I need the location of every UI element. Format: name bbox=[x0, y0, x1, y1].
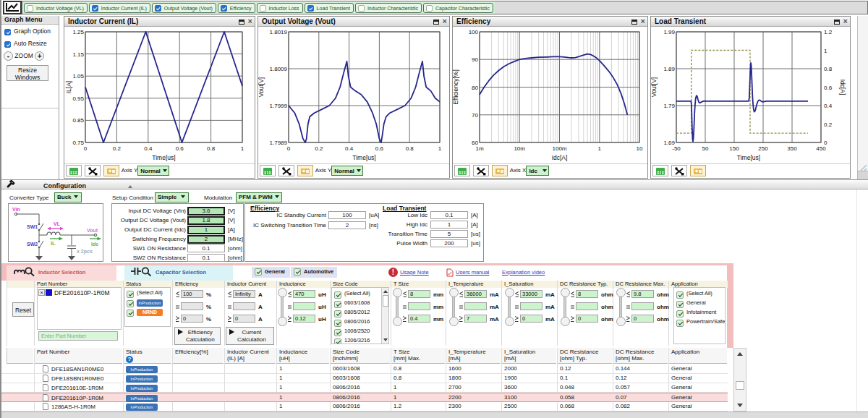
svg-text:0.8: 0.8 bbox=[406, 145, 414, 152]
svg-text:Vout[V]: Vout[V] bbox=[651, 77, 658, 97]
svg-text:450: 450 bbox=[816, 145, 826, 152]
svg-text:SW1: SW1 bbox=[27, 224, 38, 229]
svg-text:0: 0 bbox=[287, 145, 291, 152]
svg-text:1: 1 bbox=[824, 48, 827, 54]
svg-text:80: 80 bbox=[472, 85, 478, 91]
svg-text:IL: IL bbox=[51, 241, 56, 246]
svg-text:0.4: 0.4 bbox=[345, 145, 354, 152]
svg-text:10: 10 bbox=[637, 145, 643, 152]
svg-text:0.2: 0.2 bbox=[113, 145, 122, 152]
svg-text:1.2: 1.2 bbox=[824, 29, 833, 35]
svg-text:100: 100 bbox=[469, 29, 479, 35]
svg-text:0.95: 0.95 bbox=[72, 95, 84, 102]
svg-text:90: 90 bbox=[472, 56, 478, 63]
svg-text:Time[us]: Time[us] bbox=[737, 154, 760, 161]
svg-text:0.8: 0.8 bbox=[824, 66, 833, 72]
svg-text:250: 250 bbox=[758, 145, 768, 152]
svg-text:1.8009: 1.8009 bbox=[270, 66, 288, 72]
svg-text:1m: 1m bbox=[475, 145, 483, 152]
svg-text:Idc[A]: Idc[A] bbox=[552, 154, 568, 161]
svg-text:0: 0 bbox=[84, 145, 88, 152]
svg-text:SW2: SW2 bbox=[27, 242, 38, 247]
svg-text:Vout[V]: Vout[V] bbox=[258, 77, 265, 97]
svg-text:0.6: 0.6 bbox=[375, 145, 384, 152]
svg-text:1.79: 1.79 bbox=[663, 103, 675, 109]
svg-text:1.25: 1.25 bbox=[72, 29, 84, 35]
svg-text:1.15: 1.15 bbox=[72, 51, 84, 58]
svg-text:0.75: 0.75 bbox=[72, 140, 84, 146]
svg-text:50: 50 bbox=[702, 145, 709, 152]
svg-text:Idc[A]: Idc[A] bbox=[839, 80, 846, 95]
svg-text:0.2: 0.2 bbox=[315, 145, 323, 152]
svg-text:350: 350 bbox=[787, 145, 797, 152]
svg-text:1.89: 1.89 bbox=[663, 66, 675, 72]
svg-text:0.6: 0.6 bbox=[176, 145, 184, 152]
svg-text:1.8019: 1.8019 bbox=[270, 29, 288, 35]
svg-text:1.7989: 1.7989 bbox=[270, 140, 288, 146]
svg-text:Time[us]: Time[us] bbox=[352, 154, 375, 161]
svg-text:-50: -50 bbox=[672, 145, 681, 152]
svg-text:Time[us]: Time[us] bbox=[152, 154, 175, 161]
svg-text:1.99: 1.99 bbox=[663, 29, 675, 35]
svg-text:IL[A]: IL[A] bbox=[65, 81, 72, 93]
svg-text:10m: 10m bbox=[514, 145, 525, 152]
svg-text:1.05: 1.05 bbox=[72, 73, 84, 80]
svg-text:100m: 100m bbox=[552, 145, 566, 152]
svg-text:0.4: 0.4 bbox=[824, 103, 833, 109]
svg-text:150: 150 bbox=[729, 145, 739, 152]
svg-text:1: 1 bbox=[438, 145, 442, 152]
svg-text:0.4: 0.4 bbox=[144, 145, 153, 152]
svg-text:VL: VL bbox=[54, 221, 61, 226]
svg-text:0.8: 0.8 bbox=[207, 145, 216, 152]
svg-text:1: 1 bbox=[241, 145, 244, 152]
svg-text:1: 1 bbox=[598, 145, 602, 152]
svg-text:Efficiency[%]: Efficiency[%] bbox=[453, 69, 459, 105]
svg-text:1.7999: 1.7999 bbox=[270, 103, 288, 109]
svg-text:70: 70 bbox=[472, 112, 478, 119]
svg-text:0.2: 0.2 bbox=[824, 121, 833, 128]
svg-text:Vin: Vin bbox=[12, 207, 20, 212]
svg-text:0.6: 0.6 bbox=[824, 85, 833, 91]
svg-text:0.85: 0.85 bbox=[72, 117, 84, 124]
